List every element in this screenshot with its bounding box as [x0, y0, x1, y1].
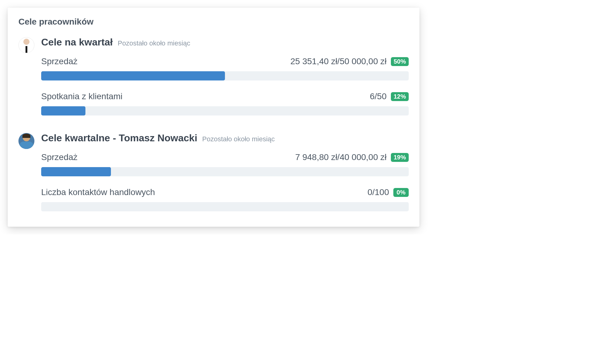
progress-fill: [41, 71, 225, 80]
employee-goals-card: Cele pracowników Cele na kwartał Pozosta…: [8, 8, 419, 227]
goal-row: Sprzedaż 25 351,40 zł/50 000,00 zł 50%: [41, 57, 409, 66]
progress-bar: [41, 202, 409, 211]
goal-item: Liczba kontaktów handlowych 0/100 0%: [41, 187, 409, 211]
employee-section-2: Cele kwartalne - Tomasz Nowacki Pozostał…: [18, 132, 409, 211]
employee-section-1: Cele na kwartał Pozostało około miesiąc …: [18, 37, 409, 115]
goal-row: Spotkania z klientami 6/50 12%: [41, 92, 409, 101]
section-subtitle: Pozostało około miesiąc: [118, 39, 190, 47]
goal-label: Liczba kontaktów handlowych: [41, 187, 155, 197]
progress-bar: [41, 167, 409, 176]
goal-item: Sprzedaż 25 351,40 zł/50 000,00 zł 50%: [41, 57, 409, 80]
avatar: [18, 133, 34, 149]
percent-badge: 50%: [391, 57, 409, 66]
goal-row: Liczba kontaktów handlowych 0/100 0%: [41, 187, 409, 197]
goal-label: Spotkania z klientami: [41, 92, 123, 101]
percent-badge: 19%: [391, 153, 409, 162]
goals-content: Cele kwartalne - Tomasz Nowacki Pozostał…: [41, 132, 409, 211]
goal-value: 7 948,80 zł/40 000,00 zł: [295, 152, 387, 162]
progress-fill: [41, 167, 111, 176]
goal-right: 25 351,40 zł/50 000,00 zł 50%: [290, 57, 409, 66]
section-header: Cele kwartalne - Tomasz Nowacki Pozostał…: [41, 132, 409, 144]
goal-right: 7 948,80 zł/40 000,00 zł 19%: [295, 152, 409, 162]
goal-value: 25 351,40 zł/50 000,00 zł: [290, 57, 387, 66]
section-title: Cele na kwartał: [41, 37, 113, 48]
goal-item: Spotkania z klientami 6/50 12%: [41, 92, 409, 115]
goal-item: Sprzedaż 7 948,80 zł/40 000,00 zł 19%: [41, 152, 409, 176]
goal-label: Sprzedaż: [41, 152, 77, 162]
section-header: Cele na kwartał Pozostało około miesiąc: [41, 37, 409, 48]
percent-badge: 12%: [391, 92, 409, 101]
goal-row: Sprzedaż 7 948,80 zł/40 000,00 zł 19%: [41, 152, 409, 162]
goal-value: 6/50: [370, 92, 387, 101]
progress-bar: [41, 106, 409, 115]
section-title: Cele kwartalne - Tomasz Nowacki: [41, 132, 197, 144]
section-subtitle: Pozostało około miesiąc: [202, 135, 275, 143]
goal-right: 0/100 0%: [368, 187, 409, 197]
percent-badge: 0%: [393, 188, 409, 197]
goal-value: 0/100: [368, 187, 389, 197]
goals-content: Cele na kwartał Pozostało około miesiąc …: [41, 37, 409, 115]
progress-bar: [41, 71, 409, 80]
goal-label: Sprzedaż: [41, 57, 77, 66]
card-title: Cele pracowników: [18, 17, 409, 27]
goal-right: 6/50 12%: [370, 92, 409, 101]
avatar: [18, 37, 34, 53]
progress-fill: [41, 106, 85, 115]
